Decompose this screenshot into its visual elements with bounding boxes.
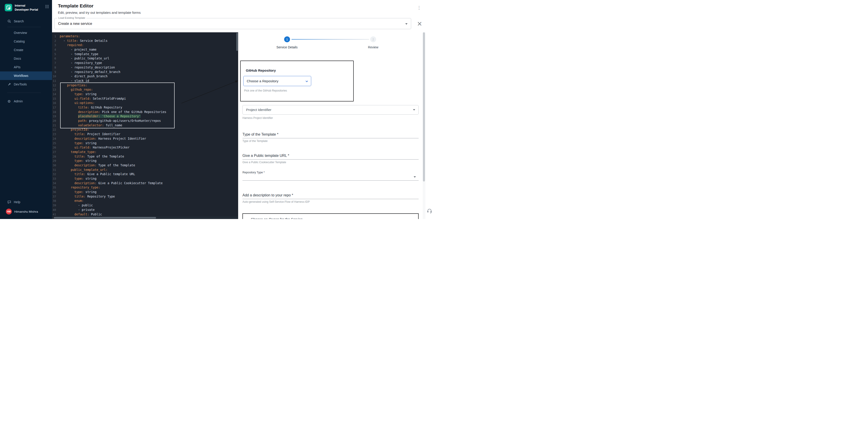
code-line: 28 title: Type of the Template	[52, 155, 238, 159]
line-number: 38	[52, 199, 60, 203]
scrollbar-thumb[interactable]	[423, 32, 425, 181]
page-title: Template Editor	[58, 3, 141, 9]
github-repository-select[interactable]: Choose a Repository	[243, 76, 311, 86]
code-line: 30 description: Type of the Template	[52, 163, 238, 168]
code-line: 6 - public_template_url	[52, 56, 238, 61]
code-line: 19 placeholder: 'Choose a Repository'	[52, 114, 238, 119]
code-line: 23 title: Project Identifier	[52, 132, 238, 136]
search-icon	[7, 20, 11, 23]
support-headset-icon[interactable]	[427, 208, 432, 214]
sidebar-item-label: Workflows	[14, 74, 28, 77]
code-line: 32 title: Give a Public template URL	[52, 172, 238, 176]
code-line: 4 - project_name	[52, 47, 238, 52]
scrollbar-thumb[interactable]	[54, 217, 156, 218]
step-service-details[interactable]: 1 Service Details	[276, 36, 298, 49]
line-number: 21	[52, 123, 60, 128]
harness-idp-logo-icon	[4, 4, 12, 12]
code-line: 39 - public	[52, 203, 238, 208]
code-line: 25 type: string	[52, 141, 238, 145]
editor-horizontal-scrollbar[interactable]	[52, 216, 238, 219]
chevron-down-icon	[414, 176, 416, 178]
project-identifier-select[interactable]: Project Identifier	[243, 105, 418, 114]
main-area: Template Editor Edit, preview, and try o…	[52, 0, 434, 219]
github-repository-value: Choose a Repository	[247, 79, 278, 83]
sidebar-divider	[7, 93, 41, 93]
editor-vertical-scrollbar[interactable]	[236, 32, 238, 219]
close-icon[interactable]: ×	[417, 21, 422, 27]
line-number: 31	[52, 168, 60, 172]
github-repository-section: GitHub Repository Choose a Repository Pi…	[240, 61, 354, 101]
line-number: 14	[52, 92, 60, 97]
line-number: 2	[52, 39, 60, 43]
code-line: 13 github_repo:	[52, 88, 238, 92]
code-line: 34 description: Give a Public Cookiecutt…	[52, 181, 238, 186]
user-menu[interactable]: HM Himanshu Mishra	[0, 206, 52, 219]
sidebar-item-label: Overview	[14, 31, 27, 35]
repo-description-helper: Auto-generated using Self-Service-Flow o…	[243, 200, 418, 203]
sidebar-item-devtools[interactable]: DevTools	[0, 80, 52, 89]
main-header: Template Editor Edit, preview, and try o…	[52, 0, 434, 14]
code-line: 35 repository_type:	[52, 185, 238, 190]
code-line: 18 description: Pick one of the GitHub R…	[52, 110, 238, 114]
line-number: 10	[52, 74, 60, 79]
public-template-url-field[interactable]: Give a Public template URL * Give a Publ…	[243, 154, 418, 164]
code-line: 41 default: Public	[52, 212, 238, 217]
repository-type-select[interactable]: Repository Type *	[243, 171, 418, 180]
more-options-icon[interactable]: ⋮	[417, 5, 421, 14]
sidebar-item-admin[interactable]: ⚙ Admin	[0, 97, 52, 106]
sidebar-nav: OverviewCatalogCreateDocsAPIsWorkflowsDe…	[0, 29, 52, 89]
select-value: Create a new service	[58, 22, 92, 26]
code-line: 26 ui:field: HarnessProjectPicker	[52, 145, 238, 150]
line-number: 32	[52, 172, 60, 176]
line-number: 11	[52, 79, 60, 83]
line-number: 5	[52, 52, 60, 57]
step-label: Review	[368, 45, 378, 49]
template-form-preview: 1 Service Details 2 Review GitHub Reposi…	[238, 32, 423, 219]
template-type-field[interactable]: Type of the Template * Type of the Templ…	[243, 132, 418, 143]
yaml-editor[interactable]: 1parameters:2 - title: Service Details3 …	[52, 32, 238, 219]
line-number: 25	[52, 141, 60, 145]
sidebar-item-apis[interactable]: APIs	[0, 63, 52, 71]
load-existing-template-select[interactable]: Load Existing Template Create a new serv…	[54, 18, 411, 29]
project-identifier-helper: Harness Project Identifier	[243, 116, 273, 120]
page-scrollbar[interactable]	[423, 32, 425, 219]
line-number: 1	[52, 34, 60, 39]
code-line: 1parameters:	[52, 34, 238, 39]
template-type-label: Type of the Template *	[243, 132, 418, 136]
code-line: 27 template_type:	[52, 150, 238, 155]
code-line: 17 title: GitHub Repository	[52, 105, 238, 110]
line-number: 39	[52, 203, 60, 208]
code-line: 21 valueSelector: full_name	[52, 123, 238, 128]
search-label: Search	[14, 20, 24, 23]
sidebar-item-docs[interactable]: Docs	[0, 54, 52, 63]
code-line: 11 - slack_id	[52, 79, 238, 83]
code-line: 15 ui:field: SelectFieldFromApi	[52, 97, 238, 101]
avatar: HM	[6, 209, 12, 214]
line-number: 15	[52, 97, 60, 101]
step-review[interactable]: 2 Review	[368, 36, 378, 49]
line-number: 9	[52, 70, 60, 74]
sidebar: Internal Developer Portal Search	[0, 0, 52, 219]
code-line: 31 public_template_url:	[52, 168, 238, 172]
sidebar-item-create[interactable]: Create	[0, 46, 52, 54]
repo-description-label: Add a description to your repo *	[243, 193, 418, 197]
owner-label: Choose an Owner for the Service	[251, 217, 303, 219]
gear-icon: ⚙	[7, 99, 11, 103]
apps-grid-icon[interactable]	[45, 5, 49, 9]
scrollbar-thumb[interactable]	[236, 33, 238, 51]
sidebar-item-workflows[interactable]: Workflows	[0, 71, 52, 80]
wrench-icon	[8, 83, 11, 86]
line-number: 41	[52, 212, 60, 217]
sidebar-item-catalog[interactable]: Catalog	[0, 37, 52, 46]
sidebar-item-overview[interactable]: Overview	[0, 29, 52, 37]
sidebar-item-help[interactable]: Help	[0, 198, 52, 206]
line-number: 12	[52, 83, 60, 88]
code-line: 29 type: string	[52, 159, 238, 163]
repo-description-field[interactable]: Add a description to your repo * Auto-ge…	[243, 193, 418, 203]
sidebar-item-label: DevTools	[14, 82, 27, 86]
sidebar-item-search[interactable]: Search	[0, 18, 52, 25]
github-repository-helper: Pick one of the GitHub Repositories	[244, 89, 353, 92]
repository-type-label: Repository Type *	[243, 171, 418, 174]
line-number: 37	[52, 194, 60, 199]
chevron-down-icon	[305, 79, 308, 83]
